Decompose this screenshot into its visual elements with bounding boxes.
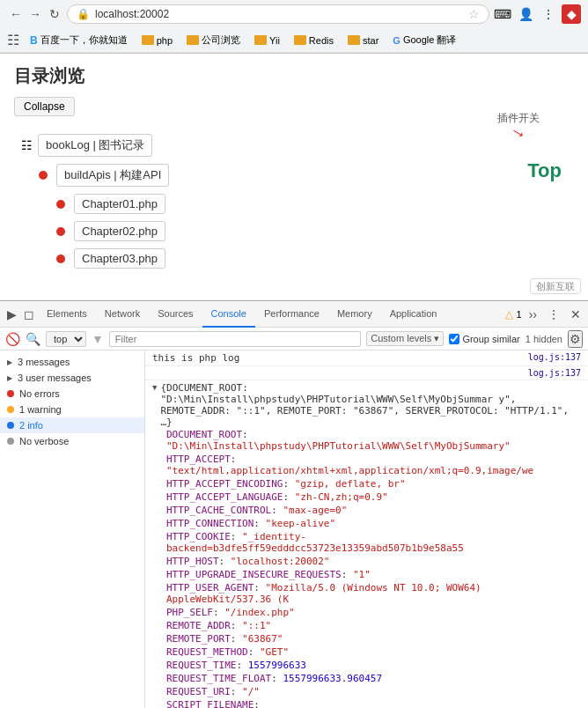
- console-main: ▶ 3 messages ▶ 3 user messages No errors…: [0, 350, 588, 708]
- console-toolbar: 🚫 🔍 top ▼ Custom levels ▾ Group similar …: [0, 328, 588, 350]
- expand-triangle-icon[interactable]: ▼: [152, 383, 157, 392]
- prop-script-filename: SCRIPT_FILENAME: "D:\Min\Install\phpstud…: [166, 698, 581, 708]
- bookmark-php[interactable]: php: [138, 33, 176, 48]
- chevron-icon: ▼: [92, 332, 104, 346]
- prop-request-uri: REQUEST_URI: "/": [166, 685, 581, 698]
- group-similar-label: Group similar: [449, 334, 519, 344]
- back-button[interactable]: ←: [7, 5, 25, 23]
- bookmark-redis[interactable]: Redis: [290, 33, 337, 48]
- custom-levels-button[interactable]: Custom levels ▾: [366, 331, 444, 346]
- url-text: localhost:20002: [95, 8, 169, 20]
- prop-http-cookie: HTTP_COOKIE: "_identity-backend=b3dfe5ff…: [166, 530, 581, 555]
- watermark: 创新互联: [530, 280, 581, 293]
- prop-request-time: REQUEST_TIME: 1557996633: [166, 659, 581, 672]
- prop-http-user-agent: HTTP_USER_AGENT: "Mozilla/5.0 (Windows N…: [166, 581, 581, 606]
- info-dot: [7, 422, 14, 429]
- sidebar-item-user-messages[interactable]: ▶ 3 user messages: [0, 370, 144, 386]
- group-similar-checkbox[interactable]: [449, 334, 459, 344]
- tab-network[interactable]: Network: [96, 301, 149, 328]
- devtools-right-icons: △ 1 ›› ⋮ ✕: [505, 306, 584, 323]
- expand-icon: ▶: [7, 358, 12, 366]
- tree-item-chapter02[interactable]: Chapter02.php: [49, 218, 574, 245]
- page-title: 目录浏览: [14, 64, 574, 88]
- reload-button[interactable]: ↻: [46, 5, 63, 23]
- sidebar-item-info[interactable]: 2 info: [0, 417, 144, 433]
- apps-icon[interactable]: ☷: [7, 32, 19, 48]
- plugin-icon[interactable]: ◆: [562, 4, 581, 24]
- folder-icon: [254, 35, 267, 45]
- prop-remote-addr: REMOTE_ADDR: "::1": [166, 619, 581, 632]
- bookmarks-bar: ☷ B 百度一下，你就知道 php 公司浏览 Yii Redis star G …: [0, 28, 588, 53]
- forward-button[interactable]: →: [26, 5, 44, 23]
- address-bar[interactable]: 🔒 localhost:20002 ☆: [67, 4, 489, 24]
- object-expand[interactable]: ▼ {DOCUMENT_ROOT: "D:\Min\Install\phpstu…: [152, 382, 581, 428]
- bookmark-yii[interactable]: Yii: [251, 33, 283, 48]
- collapse-button[interactable]: Collapse: [14, 97, 75, 116]
- context-select[interactable]: top: [46, 331, 86, 347]
- watermark-text: 创新互联: [530, 278, 581, 294]
- dot-icon: [39, 171, 48, 180]
- prop-php-self: PHP_SELF: "/index.php": [166, 606, 581, 619]
- user-button[interactable]: 👤: [516, 4, 535, 24]
- console-sidebar: ▶ 3 messages ▶ 3 user messages No errors…: [0, 350, 145, 708]
- lock-icon: 🔒: [77, 8, 90, 20]
- tree-item-buildapis[interactable]: buildApis | 构建API: [32, 160, 574, 190]
- sidebar-item-messages[interactable]: ▶ 3 messages: [0, 354, 144, 370]
- tab-application[interactable]: Application: [381, 301, 446, 328]
- sidebar-item-errors[interactable]: No errors: [0, 386, 144, 402]
- dot-icon: [56, 227, 65, 236]
- console-settings-button[interactable]: ⚙: [568, 330, 583, 348]
- filter-input[interactable]: [109, 331, 361, 347]
- toolbar-icons: ⌨ 👤 ⋮ ◆: [493, 4, 581, 24]
- bookmark-baidu[interactable]: B 百度一下，你就知道: [26, 32, 131, 48]
- devtools-close-button[interactable]: ✕: [567, 306, 584, 323]
- prop-http-host: HTTP_HOST: "localhost:20002": [166, 555, 581, 568]
- dot-icon: [56, 254, 65, 263]
- devtools-tabs: ▶ ◻ Elements Network Sources Console Per…: [0, 301, 588, 328]
- more-tabs-button[interactable]: ››: [526, 306, 540, 323]
- dot-icon: [56, 200, 65, 209]
- folder-icon: [142, 35, 154, 45]
- extensions-button[interactable]: ⌨: [493, 4, 512, 24]
- folder-icon: [348, 35, 360, 45]
- tree-item-chapter01[interactable]: Chapter01.php: [49, 190, 574, 218]
- bookmark-company[interactable]: 公司浏览: [183, 32, 244, 48]
- console-output[interactable]: this is php log log.js:137 log.js:137 ▼ …: [145, 350, 588, 708]
- prop-http-cache-control: HTTP_CACHE_CONTROL: "max-age=0": [166, 504, 581, 517]
- tab-elements[interactable]: Elements: [38, 301, 96, 328]
- verbose-dot: [7, 438, 14, 445]
- tree-root: ☷ bookLog | 图书记录 buildApis | 构建API Chapt…: [14, 130, 574, 272]
- tab-sources[interactable]: Sources: [149, 301, 202, 328]
- warning-count: 1: [517, 309, 522, 320]
- prop-http-accept: HTTP_ACCEPT: "text/html,application/xhtm…: [166, 453, 581, 477]
- tab-console[interactable]: Console: [202, 301, 255, 328]
- log-line: this is php log log.js:137: [145, 350, 588, 366]
- devtools-device-icon[interactable]: ◻: [20, 306, 38, 323]
- clear-console-button[interactable]: 🚫: [5, 332, 20, 346]
- console-filter-button[interactable]: 🔍: [26, 332, 40, 346]
- sidebar-item-verbose[interactable]: No verbose: [0, 433, 144, 449]
- prop-http-accept-encoding: HTTP_ACCEPT_ENCODING: "gzip, deflate, br…: [166, 477, 581, 490]
- tree-label-chapter01: Chapter01.php: [74, 194, 165, 214]
- tree-item-booklog[interactable]: ☷ bookLog | 图书记录: [14, 130, 574, 160]
- devtools-inspect-icon[interactable]: ▶: [4, 306, 20, 323]
- tree-label-buildapis: buildApis | 构建API: [56, 164, 169, 187]
- page-content: 目录浏览 Collapse ☷ bookLog | 图书记录 buildApis…: [0, 54, 588, 300]
- devtools-settings-button[interactable]: ⋮: [544, 306, 563, 323]
- prop-http-upgrade: HTTP_UPGRADE_INSECURE_REQUESTS: "1": [166, 568, 581, 581]
- menu-button[interactable]: ⋮: [539, 4, 558, 24]
- devtools: ▶ ◻ Elements Network Sources Console Per…: [0, 300, 588, 708]
- tab-performance[interactable]: Performance: [255, 301, 328, 328]
- star-icon[interactable]: ☆: [468, 7, 480, 21]
- tree-item-chapter03[interactable]: Chapter03.php: [49, 245, 574, 272]
- top-label[interactable]: Top: [527, 159, 562, 181]
- bookmark-google[interactable]: G Google 翻译: [389, 32, 459, 48]
- plugin-annotation: 插件开关 →: [497, 111, 540, 143]
- warning-dot: [7, 406, 14, 413]
- bookmark-star[interactable]: star: [344, 33, 382, 48]
- log-block-object: ▼ {DOCUMENT_ROOT: "D:\Min\Install\phpstu…: [145, 380, 588, 708]
- sidebar-item-warnings[interactable]: 1 warning: [0, 402, 144, 417]
- tab-memory[interactable]: Memory: [328, 301, 381, 328]
- top-label-container[interactable]: Top: [527, 159, 562, 182]
- google-icon: G: [393, 35, 401, 46]
